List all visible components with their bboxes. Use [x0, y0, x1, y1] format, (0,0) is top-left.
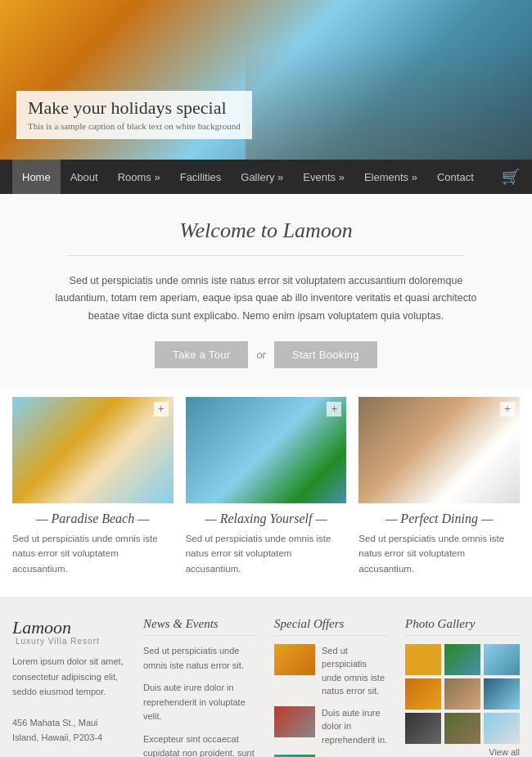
footer-offers-title: Special Offers: [274, 617, 389, 636]
card-relax-image: +: [186, 397, 347, 503]
card-beach: + Paradise Beach Sed ut perspiciatis und…: [12, 397, 174, 576]
card-beach-plus-icon[interactable]: +: [154, 402, 169, 417]
gallery-thumb-4[interactable]: [444, 678, 480, 710]
news-text-1: Duis aute irure dolor in reprehenderit i…: [143, 681, 258, 724]
news-text-0: Sed ut perspiciatis unde omnis iste natu…: [143, 644, 258, 673]
offer-item-0: Sed ut perspiciatis unde omnis iste natu…: [274, 644, 389, 698]
footer-col-about: Lamoon Luxury Villa Resort Lorem ipsum d…: [12, 617, 127, 757]
divider: [66, 255, 466, 256]
welcome-title: Welcome to Lamoon: [16, 219, 516, 243]
gallery-thumb-3[interactable]: [405, 678, 441, 710]
offer-item-1: Duis aute irure dolor in reprehenderit i…: [274, 706, 389, 747]
card-beach-text: Sed ut perspiciatis unde omnis iste natu…: [12, 531, 174, 576]
card-relax-title: Relaxing Yourself: [186, 511, 347, 526]
hero-section: Make your holidays special This is a sam…: [0, 0, 532, 160]
nav-item-rooms[interactable]: Rooms »: [108, 160, 170, 194]
footer-col-gallery: Photo Gallery View all: [405, 617, 520, 757]
offer-thumb-1: [274, 706, 315, 737]
card-relax-text: Sed ut perspiciatis unde omnis iste natu…: [186, 531, 347, 576]
gallery-thumb-6[interactable]: [405, 713, 441, 744]
nav-item-home[interactable]: Home: [12, 160, 61, 194]
hero-text-overlay: Make your holidays special This is a sam…: [16, 91, 252, 139]
cta-buttons: Take a Tour or Start Booking: [16, 341, 516, 368]
news-item-2: Excepteur sint occaecat cupidatat non pr…: [143, 732, 258, 757]
feature-cards: + Paradise Beach Sed ut perspiciatis und…: [0, 389, 532, 597]
card-beach-image: +: [12, 397, 174, 503]
nav-item-gallery[interactable]: Gallery »: [231, 160, 293, 194]
footer-top: Lamoon Luxury Villa Resort Lorem ipsum d…: [0, 597, 532, 757]
footer-address-text: Lorem ipsum dolor sit amet, consectetur …: [12, 654, 127, 700]
card-beach-title: Paradise Beach: [12, 511, 174, 526]
gallery-thumb-5[interactable]: [484, 678, 520, 710]
offer-text-1: Duis aute irure dolor in reprehenderit i…: [322, 706, 389, 747]
nav-menu: Home About Rooms » Facilities Gallery » …: [12, 160, 502, 194]
gallery-grid: [405, 644, 520, 744]
offer-thumb-0: [274, 644, 315, 675]
nav-item-contact[interactable]: Contact: [427, 160, 484, 194]
gallery-thumb-0[interactable]: [405, 644, 441, 675]
news-text-2: Excepteur sint occaecat cupidatat non pr…: [143, 732, 258, 757]
card-relax: + Relaxing Yourself Sed ut perspiciatis …: [186, 397, 347, 576]
navbar: Home About Rooms » Facilities Gallery » …: [0, 160, 532, 194]
hero-title: Make your holidays special: [28, 97, 241, 119]
card-dining-text: Sed ut perspiciatis unde omnis iste natu…: [358, 531, 520, 576]
gallery-thumb-7[interactable]: [444, 713, 480, 744]
gallery-thumb-8[interactable]: [484, 713, 520, 744]
card-dining-image: +: [358, 397, 520, 503]
card-relax-plus-icon[interactable]: +: [327, 402, 341, 417]
nav-item-facilities[interactable]: Facilities: [170, 160, 232, 194]
footer-address-line1: 456 Mahata St., Maui Island, Hawaii, P20…: [12, 715, 127, 746]
gallery-thumb-2[interactable]: [484, 644, 520, 675]
or-label: or: [256, 349, 266, 361]
footer-logo-sub: Luxury Villa Resort: [16, 637, 127, 646]
footer-col-offers: Special Offers Sed ut perspiciatis unde …: [274, 617, 389, 757]
welcome-text: Sed ut perspiciatis unde omnis iste natu…: [45, 273, 487, 325]
footer-gallery-title: Photo Gallery: [405, 617, 520, 636]
hero-bungalows-decoration: [246, 45, 532, 160]
nav-item-about[interactable]: About: [61, 160, 108, 194]
footer-logo: Lamoon: [12, 617, 127, 638]
footer-news-title: News & Events: [143, 617, 258, 636]
news-item-0: Sed ut perspiciatis unde omnis iste natu…: [143, 644, 258, 673]
card-dining-title: Perfect Dining: [358, 511, 520, 526]
booking-button[interactable]: Start Booking: [274, 341, 377, 368]
gallery-thumb-1[interactable]: [444, 644, 480, 675]
cart-icon[interactable]: 🛒: [502, 168, 520, 186]
hero-caption: This is a sample caption of black text o…: [28, 121, 241, 131]
footer-col-news: News & Events Sed ut perspiciatis unde o…: [143, 617, 258, 757]
card-dining: + Perfect Dining Sed ut perspiciatis und…: [358, 397, 520, 576]
news-item-1: Duis aute irure dolor in reprehenderit i…: [143, 681, 258, 724]
nav-item-elements[interactable]: Elements »: [354, 160, 427, 194]
view-all-link[interactable]: View all: [405, 747, 520, 757]
card-dining-plus-icon[interactable]: +: [500, 402, 515, 417]
nav-item-events[interactable]: Events »: [293, 160, 354, 194]
offer-text-0: Sed ut perspiciatis unde omnis iste natu…: [322, 644, 389, 698]
tour-button[interactable]: Take a Tour: [155, 341, 248, 368]
welcome-section: Welcome to Lamoon Sed ut perspiciatis un…: [0, 194, 532, 389]
footer-address-block: Lorem ipsum dolor sit amet, consectetur …: [12, 654, 127, 757]
